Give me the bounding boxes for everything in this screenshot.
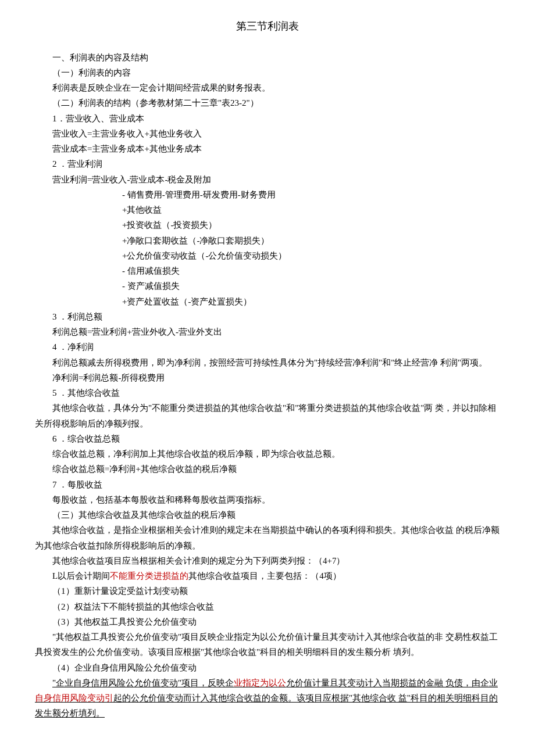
body-text: 其他综合收益，是指企业根据相关会计准则的规定未在当期损益中确认的各项利得和损失。… [35, 522, 500, 553]
text-segment: 其他综合收益项目，主要包括：（4项） [188, 571, 341, 581]
section-heading-1: 一、利润表的内容及结构 [35, 50, 500, 65]
list-item-1: （1）重新计量设定受益计划变动额 [35, 583, 500, 599]
formula: 综合收益总额=净利润+其他综合收益的税后净额 [35, 461, 500, 476]
item-5: 5 ．其他综合收益 [35, 385, 500, 400]
item-3: 3 ．利润总额 [35, 309, 500, 324]
item-2: 2 ．营业利润 [35, 156, 500, 171]
list-item-4: （4）企业自身信用风险公允价值变动 [35, 660, 500, 675]
formula: 营业收入=主营业务收入+其他业务收入 [35, 126, 500, 141]
body-text: 利润表是反映企业在一定会计期间经营成果的财务报表。 [35, 80, 500, 95]
text-segment: L以后会计期间 [52, 571, 110, 581]
formula: 利润总额=营业利润+营业外收入-营业外支出 [35, 324, 500, 339]
item-6: 6 ．综合收益总额 [35, 431, 500, 446]
body-text: "其他权益工具投资公允价值变动"项目反映企业指定为以公允价值计量且其变动计入其他… [35, 629, 500, 660]
formula-cont: +资产处置收益（-资产处置损失） [35, 294, 500, 309]
item-7: 7 ．每股收益 [35, 477, 500, 492]
formula: 营业成本=主营业务成本+其他业务成本 [35, 141, 500, 156]
highlighted-text: 自身信用风险变动引 [35, 693, 113, 703]
underlined-text: "企业自身信用风险公允价值变动"项目，反映企业指定为以公允价值计量且其变动计入当… [35, 675, 500, 721]
formula-cont: +投资收益（-投资损失） [35, 217, 500, 232]
document-title: 第三节利润表 [35, 17, 500, 36]
highlighted-text: 不能重分类进损益的 [110, 571, 188, 581]
formula-cont: +其他收益 [35, 202, 500, 217]
text-segment: 允价值计量且其变动计入当期损益的金融 负债，由企业 [286, 678, 498, 687]
body-text: 其他综合收益，具体分为"不能重分类进损益的其他综合收益"和"将重分类进损益的其他… [35, 400, 500, 431]
body-text: 综合收益总额，净利润加上其他综合收益的税后净额，即为综合收益总额。 [35, 446, 500, 461]
item-4: 4 ．净利润 [35, 339, 500, 354]
text-segment: "企业自身信用风险公允价值变动"项目，反映企 [52, 678, 234, 687]
item-1: 1．营业收入、营业成本 [35, 111, 500, 126]
body-text: 其他综合收益项目应当根据相关会计准则的规定分为下列两类列报：（4+7） [35, 553, 500, 568]
formula-cont: +净敞口套期收益（-净敞口套期损失） [35, 233, 500, 248]
list-item-2: （2）权益法下不能转损益的其他综合收益 [35, 599, 500, 614]
subsection-1-3: （三）其他综合收益及其他综合收益的税后净额 [35, 507, 500, 522]
formula-cont: - 资产减值损失 [35, 278, 500, 293]
list-item-3: （3）其他权益工具投资公允价值变动 [35, 614, 500, 629]
body-text: L以后会计期间不能重分类进损益的其他综合收益项目，主要包括：（4项） [35, 568, 500, 583]
subsection-1-2: （二）利润表的结构（参考教材第二十三章"表23-2"） [35, 95, 500, 110]
subsection-1-1: （一）利润表的内容 [35, 65, 500, 80]
body-text: 每股收益，包括基本每股收益和稀释每股收益两项指标。 [35, 492, 500, 507]
body-text: 利润总额减去所得税费用，即为净利润，按照经营可持续性具体分为"持续经营净利润"和… [35, 355, 500, 370]
formula-cont: +公允价值变动收益（-公允价值变动损失） [35, 248, 500, 263]
formula-cont: - 销售费用-管理费用-研发费用-财务费用 [35, 187, 500, 202]
highlighted-text: 业指定为以公 [234, 678, 286, 687]
formula: 净利润=利润总额-所得税费用 [35, 370, 500, 385]
formula-cont: - 信用减值损失 [35, 263, 500, 278]
formula: 营业利润=营业收入-营业成本-税金及附加 [35, 172, 500, 187]
